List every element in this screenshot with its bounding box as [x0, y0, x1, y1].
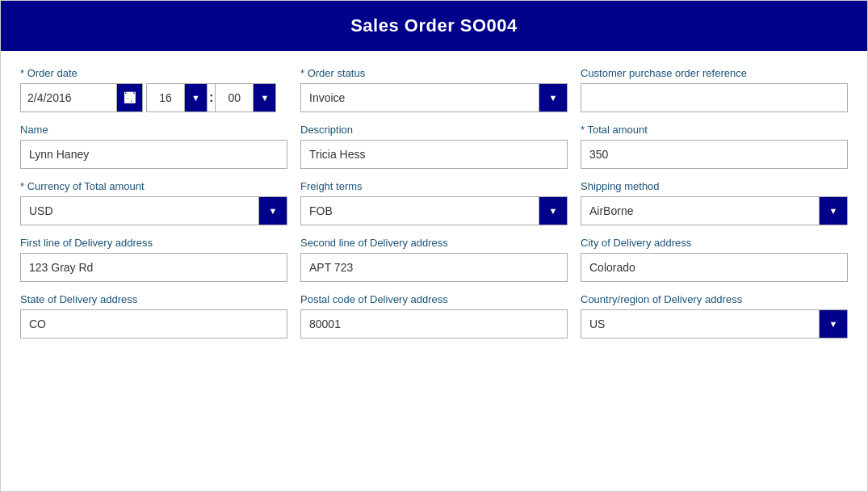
- delivery-country-label: Country/region of Delivery address: [581, 293, 848, 305]
- freight-terms-label: Freight terms: [300, 180, 568, 192]
- delivery-state-label: State of Delivery address: [20, 293, 287, 305]
- hour-spin-button[interactable]: ▼: [185, 83, 208, 112]
- name-input[interactable]: [20, 140, 287, 169]
- delivery-state-group: State of Delivery address: [20, 293, 287, 339]
- form-row-1: Order date ▼ : ▼ Ord: [20, 67, 848, 112]
- order-date-input[interactable]: [20, 83, 117, 112]
- delivery-state-input[interactable]: [20, 309, 287, 339]
- time-minute-input[interactable]: [215, 83, 254, 112]
- delivery-addr1-group: First line of Delivery address: [20, 237, 287, 282]
- delivery-postal-group: Postal code of Delivery address: [300, 293, 568, 339]
- name-group: Name: [20, 124, 287, 169]
- customer-po-ref-input[interactable]: [581, 83, 848, 112]
- shipping-method-input[interactable]: [581, 196, 848, 225]
- total-amount-group: Total amount: [581, 124, 848, 169]
- date-input-wrapper: [20, 83, 143, 112]
- currency-input[interactable]: [20, 196, 287, 225]
- form-row-2: Name Description Total amount: [20, 124, 848, 169]
- customer-po-ref-label: Customer purchase order reference: [581, 67, 848, 79]
- delivery-addr2-group: Second line of Delivery address: [300, 237, 568, 282]
- time-colon: :: [208, 83, 215, 112]
- page-header: Sales Order SO004: [1, 1, 867, 51]
- delivery-country-select-wrapper: [581, 309, 848, 339]
- currency-select-wrapper: [20, 196, 287, 225]
- form-row-4: First line of Delivery address Second li…: [20, 237, 848, 282]
- form-row-3: Currency of Total amount Freight terms S…: [20, 180, 848, 225]
- delivery-country-input[interactable]: [581, 309, 848, 339]
- minute-spin-button[interactable]: ▼: [254, 83, 276, 112]
- delivery-addr1-label: First line of Delivery address: [20, 237, 287, 249]
- calendar-button[interactable]: [117, 83, 143, 112]
- freight-terms-group: Freight terms: [300, 180, 568, 225]
- delivery-postal-label: Postal code of Delivery address: [300, 293, 568, 305]
- delivery-country-group: Country/region of Delivery address: [581, 293, 848, 339]
- name-label: Name: [20, 124, 287, 136]
- order-status-label: Order status: [300, 67, 568, 79]
- total-amount-input[interactable]: [581, 140, 848, 169]
- time-hour-input[interactable]: [146, 83, 185, 112]
- total-amount-label: Total amount: [581, 124, 848, 136]
- order-status-group: Order status: [300, 67, 568, 112]
- currency-group: Currency of Total amount: [20, 180, 287, 225]
- delivery-city-input[interactable]: [581, 253, 848, 282]
- page-container: Sales Order SO004 Order date ▼ :: [0, 0, 868, 492]
- order-date-label: Order date: [20, 67, 287, 79]
- datetime-group: ▼ : ▼: [20, 83, 287, 112]
- freight-terms-input[interactable]: [300, 196, 568, 225]
- order-date-group: Order date ▼ : ▼: [20, 67, 287, 112]
- page-title: Sales Order SO004: [350, 15, 518, 36]
- order-status-input[interactable]: [300, 83, 568, 112]
- delivery-city-group: City of Delivery address: [581, 237, 848, 282]
- shipping-method-label: Shipping method: [581, 180, 848, 192]
- delivery-postal-input[interactable]: [300, 309, 568, 339]
- form-body: Order date ▼ : ▼ Ord: [1, 51, 867, 366]
- freight-terms-select-wrapper: [300, 196, 568, 225]
- delivery-addr2-input[interactable]: [300, 253, 568, 282]
- order-status-select-wrapper: [300, 83, 568, 112]
- description-group: Description: [300, 124, 568, 169]
- time-part: ▼ : ▼: [146, 83, 276, 112]
- description-label: Description: [300, 124, 568, 136]
- shipping-method-select-wrapper: [581, 196, 848, 225]
- form-row-5: State of Delivery address Postal code of…: [20, 293, 848, 339]
- shipping-method-group: Shipping method: [581, 180, 848, 225]
- delivery-addr1-input[interactable]: [20, 253, 287, 282]
- delivery-city-label: City of Delivery address: [581, 237, 848, 249]
- description-input[interactable]: [300, 140, 568, 169]
- delivery-addr2-label: Second line of Delivery address: [300, 237, 568, 249]
- currency-label: Currency of Total amount: [20, 180, 287, 192]
- customer-po-ref-group: Customer purchase order reference: [581, 67, 848, 112]
